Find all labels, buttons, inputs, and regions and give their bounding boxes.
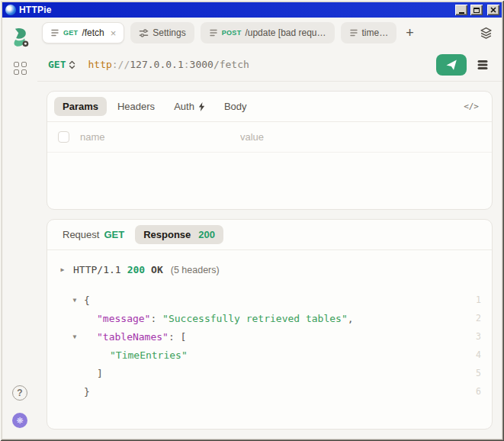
url-port: 3000: [190, 59, 213, 70]
line-number: 4: [469, 349, 481, 360]
tab-stack-button[interactable]: [478, 25, 494, 41]
line-number: 1: [469, 295, 481, 305]
http-status-reason: OK: [151, 264, 163, 275]
response-card-header: Request GET Response 200: [47, 220, 492, 250]
json-brace: {: [84, 295, 90, 306]
close-icon: [490, 7, 496, 13]
maximize-button[interactable]: [470, 5, 483, 15]
param-value-input[interactable]: [240, 131, 481, 143]
request-toggle-label: Request: [63, 229, 99, 240]
request-options-card: Params Headers Auth Body </>: [47, 91, 493, 210]
collapse-icon[interactable]: ▶: [58, 266, 67, 273]
url-host: 127.0.0.1: [130, 59, 183, 70]
tab-auth[interactable]: Auth: [165, 97, 213, 116]
layers-icon: [480, 27, 493, 40]
method-label: GET: [48, 59, 66, 70]
url-input[interactable]: http://127.0.0.1:3000/fetch: [88, 59, 429, 70]
url-separator: ://: [112, 59, 130, 70]
collapse-icon[interactable]: ▼: [70, 297, 79, 304]
content-area: Params Headers Auth Body </>: [37, 82, 502, 439]
collapse-icon[interactable]: ▼: [70, 333, 79, 340]
tab-get-fetch[interactable]: GET /fetch ×: [42, 22, 124, 43]
grid-square: [14, 69, 19, 75]
json-colon: :: [169, 331, 181, 343]
param-row: [47, 122, 492, 153]
json-line: ] 5: [70, 364, 481, 382]
paper-plane-icon: [445, 59, 457, 71]
collections-grid-button[interactable]: [14, 62, 27, 75]
tab-label: /fetch: [82, 27, 104, 38]
send-button[interactable]: [436, 54, 467, 76]
environment-button[interactable]: [474, 56, 491, 73]
chevron-up-down-icon: [69, 60, 75, 69]
json-string: "TimeEntries": [110, 349, 188, 361]
tab-label: time…: [362, 27, 389, 38]
http-protocol: HTTP/1.1: [73, 264, 121, 275]
maximize-icon: [474, 8, 480, 13]
request-view-toggle[interactable]: Request GET: [54, 225, 133, 244]
tab-strip: GET /fetch × Settings POST /update [bad …: [37, 18, 502, 48]
tab-body[interactable]: Body: [216, 97, 255, 116]
json-key: "message": [97, 313, 150, 324]
request-options-tabs: Params Headers Auth Body </>: [47, 92, 492, 122]
line-number: 6: [469, 386, 481, 397]
request-icon: [209, 28, 218, 37]
status-line: ▶ HTTP/1.1 200 OK (5 headers): [58, 264, 481, 275]
minimize-icon: [459, 12, 464, 14]
grid-square: [21, 69, 27, 75]
httpie-logo-icon: [9, 27, 30, 48]
url-port-separator: :: [184, 59, 190, 70]
tab-post-update[interactable]: POST /update [bad requ…: [201, 22, 335, 43]
grid-square: [14, 62, 19, 67]
request-icon: [349, 28, 358, 37]
main-panel: GET /fetch × Settings POST /update [bad …: [37, 18, 502, 439]
param-name-input[interactable]: [80, 131, 230, 143]
app-window: HTTPie ? ❋: [0, 0, 504, 441]
line-number: 2: [469, 313, 481, 324]
json-line: } 6: [70, 382, 481, 401]
tab-method: GET: [63, 29, 78, 37]
user-avatar[interactable]: ❋: [12, 413, 27, 428]
method-select[interactable]: GET: [48, 59, 75, 70]
tab-label: /update [bad requ…: [245, 27, 326, 38]
request-icon: [50, 28, 59, 37]
json-line: "message" : "Successfully retrieved tabl…: [70, 309, 481, 327]
response-toggle-label: Response: [143, 229, 191, 240]
url-scheme: http: [88, 59, 111, 70]
line-number: 3: [469, 331, 481, 342]
json-line: ▼ "tableNames" : [ 3: [70, 327, 481, 346]
lightning-icon: [198, 102, 205, 111]
json-line: "TimeEntries" 4: [70, 346, 481, 364]
tab-close-icon[interactable]: ×: [111, 28, 117, 38]
json-viewer: ▼ { 1 "message" : "Successfully retrieve…: [56, 291, 481, 401]
httpie-window-icon: [5, 5, 16, 15]
sliders-icon: [139, 28, 149, 38]
json-bracket: [: [181, 331, 187, 343]
tab-headers[interactable]: Headers: [109, 97, 163, 116]
title-bar[interactable]: HTTPie: [2, 2, 502, 18]
app-body: ? ❋ GET /fetch × Settings: [2, 18, 502, 439]
line-number: 5: [469, 368, 481, 378]
response-status-badge: 200: [198, 229, 215, 240]
tab-time[interactable]: time…: [341, 22, 397, 43]
tab-auth-label: Auth: [174, 101, 194, 112]
response-view-toggle[interactable]: Response 200: [135, 225, 223, 244]
param-checkbox[interactable]: [58, 131, 69, 143]
close-button[interactable]: [487, 5, 499, 15]
json-key: "tableNames": [97, 331, 169, 343]
code-view-toggle[interactable]: </>: [457, 98, 485, 114]
json-brace: }: [84, 386, 90, 398]
tab-params[interactable]: Params: [54, 97, 107, 116]
sidebar: ? ❋: [2, 18, 37, 439]
help-button[interactable]: ?: [12, 385, 27, 401]
request-bar: GET http://127.0.0.1:3000/fetch: [37, 48, 502, 82]
minimize-button[interactable]: [455, 5, 467, 15]
tab-method: POST: [222, 29, 242, 37]
json-string: "Successfully retrieved tables": [162, 313, 348, 324]
json-bracket: ]: [97, 368, 103, 379]
tab-settings[interactable]: Settings: [130, 22, 194, 43]
grid-square: [21, 62, 27, 67]
params-empty-area: [47, 153, 492, 209]
window-title: HTTPie: [19, 5, 452, 15]
new-tab-button[interactable]: +: [403, 26, 417, 40]
